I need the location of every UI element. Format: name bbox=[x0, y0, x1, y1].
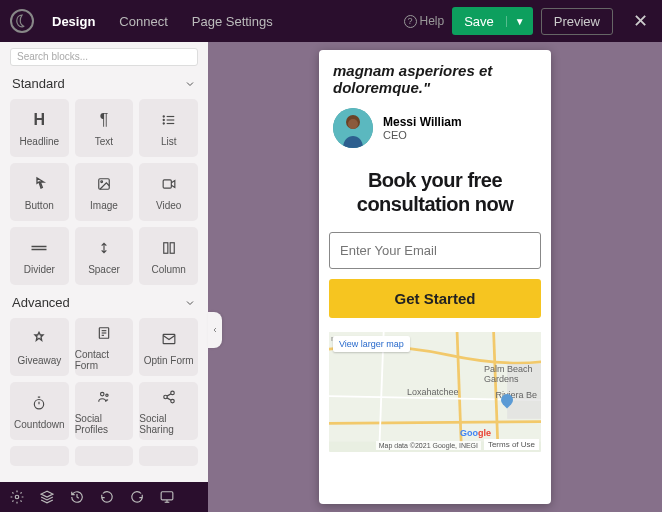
block-contact-form[interactable]: Contact Form bbox=[75, 318, 134, 376]
sidebar: Search blocks... Standard HHeadline ¶Tex… bbox=[0, 42, 208, 512]
stopwatch-icon bbox=[32, 393, 46, 413]
headline-icon: H bbox=[34, 110, 46, 130]
section-advanced-header[interactable]: Advanced bbox=[0, 285, 208, 318]
preview-button[interactable]: Preview bbox=[541, 8, 613, 35]
users-icon bbox=[95, 387, 113, 407]
block-giveaway[interactable]: Giveaway bbox=[10, 318, 69, 376]
svg-point-3 bbox=[163, 115, 164, 116]
svg-point-4 bbox=[163, 119, 164, 120]
canvas: magnam asperiores et doloremque." Messi … bbox=[208, 42, 662, 512]
email-field[interactable] bbox=[329, 232, 541, 269]
save-dropdown-caret[interactable]: ▼ bbox=[506, 16, 533, 27]
bottom-toolbar bbox=[0, 482, 208, 512]
redo-icon[interactable] bbox=[130, 490, 144, 504]
mobile-preview[interactable]: magnam asperiores et doloremque." Messi … bbox=[319, 50, 551, 504]
svg-rect-12 bbox=[170, 242, 174, 253]
history-icon[interactable] bbox=[70, 490, 84, 504]
chevron-down-icon bbox=[184, 297, 196, 309]
svg-line-25 bbox=[167, 398, 171, 400]
column-icon bbox=[161, 238, 177, 258]
svg-point-23 bbox=[170, 399, 174, 403]
chevron-down-icon bbox=[184, 78, 196, 90]
cta-headline: Book your free consultation now bbox=[329, 168, 541, 216]
form-icon bbox=[97, 323, 111, 343]
block-social-profiles[interactable]: Social Profiles bbox=[75, 382, 134, 440]
mail-icon bbox=[161, 329, 177, 349]
section-standard-header[interactable]: Standard bbox=[0, 66, 208, 99]
svg-point-7 bbox=[101, 180, 103, 182]
chevron-left-icon bbox=[211, 325, 219, 335]
svg-rect-11 bbox=[163, 242, 167, 253]
desktop-icon[interactable] bbox=[160, 490, 174, 504]
button-icon bbox=[31, 174, 47, 194]
layers-icon[interactable] bbox=[40, 490, 54, 504]
block-column[interactable]: Column bbox=[139, 227, 198, 285]
testimonial-quote: magnam asperiores et doloremque." bbox=[329, 62, 541, 104]
nav-design[interactable]: Design bbox=[52, 14, 95, 29]
search-input[interactable]: Search blocks... bbox=[10, 48, 198, 66]
collapse-sidebar-handle[interactable] bbox=[208, 312, 222, 348]
view-larger-map-link[interactable]: View larger map bbox=[333, 336, 410, 352]
avatar bbox=[333, 108, 373, 148]
block-video[interactable]: Video bbox=[139, 163, 198, 221]
block-more[interactable] bbox=[75, 446, 134, 466]
app-logo-icon bbox=[10, 9, 34, 33]
giveaway-icon bbox=[31, 329, 47, 349]
svg-point-21 bbox=[170, 391, 174, 395]
svg-rect-27 bbox=[161, 492, 173, 500]
svg-point-20 bbox=[106, 394, 108, 396]
svg-point-32 bbox=[348, 119, 358, 129]
help-link[interactable]: ? Help bbox=[404, 14, 445, 28]
block-divider[interactable]: Divider bbox=[10, 227, 69, 285]
image-icon bbox=[96, 174, 112, 194]
nav-connect[interactable]: Connect bbox=[119, 14, 167, 29]
google-logo: Google bbox=[460, 428, 491, 438]
block-list[interactable]: List bbox=[139, 99, 198, 157]
map-terms-link[interactable]: Terms of Use bbox=[484, 439, 539, 450]
divider-icon bbox=[30, 238, 48, 258]
block-countdown[interactable]: Countdown bbox=[10, 382, 69, 440]
svg-point-22 bbox=[163, 395, 167, 399]
block-optin-form[interactable]: Optin Form bbox=[139, 318, 198, 376]
spacer-icon bbox=[97, 238, 111, 258]
svg-point-19 bbox=[100, 392, 104, 396]
video-icon bbox=[160, 174, 178, 194]
top-bar: Design Connect Page Settings ? Help Save… bbox=[0, 0, 662, 42]
text-icon: ¶ bbox=[100, 110, 109, 130]
close-icon[interactable]: ✕ bbox=[629, 10, 652, 32]
nav-page-settings[interactable]: Page Settings bbox=[192, 14, 273, 29]
block-spacer[interactable]: Spacer bbox=[75, 227, 134, 285]
svg-point-5 bbox=[163, 122, 164, 123]
block-social-sharing[interactable]: Social Sharing bbox=[139, 382, 198, 440]
svg-point-26 bbox=[15, 495, 19, 499]
map-embed[interactable]: nagement View larger map Loxahatchee Pal… bbox=[329, 332, 541, 452]
list-icon bbox=[161, 110, 177, 130]
get-started-button[interactable]: Get Started bbox=[329, 279, 541, 318]
svg-rect-8 bbox=[163, 179, 171, 187]
block-headline[interactable]: HHeadline bbox=[10, 99, 69, 157]
block-more[interactable] bbox=[139, 446, 198, 466]
undo-icon[interactable] bbox=[100, 490, 114, 504]
svg-line-24 bbox=[167, 394, 171, 396]
block-button[interactable]: Button bbox=[10, 163, 69, 221]
block-image[interactable]: Image bbox=[75, 163, 134, 221]
settings-icon[interactable] bbox=[10, 490, 24, 504]
testimonial-author: Messi William CEO bbox=[329, 104, 541, 162]
save-button[interactable]: Save ▼ bbox=[452, 7, 533, 35]
help-icon: ? bbox=[404, 15, 417, 28]
svg-point-18 bbox=[35, 399, 44, 408]
block-more[interactable] bbox=[10, 446, 69, 466]
block-text[interactable]: ¶Text bbox=[75, 99, 134, 157]
share-icon bbox=[162, 387, 176, 407]
